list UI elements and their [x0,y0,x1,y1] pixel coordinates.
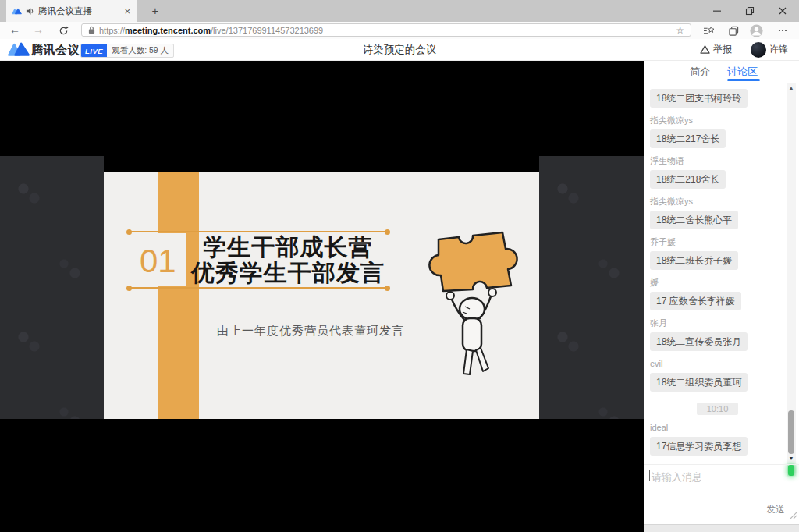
chat-timestamp: 10:10 [650,401,785,415]
profile-avatar-icon[interactable] [749,24,763,37]
send-button[interactable]: 发送 [766,503,785,516]
close-window-button[interactable] [766,0,799,22]
chat-bubble: 17 应数舍长李祥媛 [650,292,741,310]
chat-sender-name: ideal [650,423,785,433]
chat-bubble: 18统二217舍长 [650,129,726,148]
chat-bubble: 18统二组织委员董珂 [650,373,748,392]
chat-scrollbar[interactable]: ▲ ▼ [787,83,796,476]
puzzle-figure-illustration [428,229,521,384]
user-name: 许锋 [769,39,788,60]
chat-bubble: 18统二团支书柯玲玲 [650,89,748,108]
browser-window: 腾讯会议直播 × + ← → https://meeting.tencen [0,0,799,532]
user-avatar[interactable] [751,42,766,58]
site-header: 腾讯会议 LIVE 观看人数: 59 人 诗染预定的会议 举报 许锋 [0,39,799,61]
chat-input-area: 发送 [644,464,799,524]
chat-bubble: 18统二218舍长 [650,170,726,189]
restore-button[interactable] [733,0,766,22]
scroll-up-icon[interactable]: ▲ [787,85,796,90]
refresh-icon[interactable] [56,24,70,37]
window-bottom-strip [644,524,799,532]
chat-message: 指尖微凉ys18统二217舍长 [650,115,785,148]
chat-bubble: 17信息学习委员李想 [650,437,748,456]
presentation-slide: 01 学生干部成长营 优秀学生干部发言 由上一年度优秀营员代表董珂发言 [104,172,539,419]
tab-audio-icon[interactable] [26,7,34,16]
chat-message: 浮生物语18统二218舍长 [650,156,785,189]
chat-message: ideal17信息学习委员李想 [650,423,785,456]
video-side-texture-right [539,156,644,419]
address-bar: ← → https://meeting.tencent.com/live/137… [0,22,799,40]
scrollbar-thumb[interactable] [788,410,794,454]
slide-divider-top [130,231,387,232]
tencent-meeting-logo [8,42,30,60]
chat-bubble: 18统二舍长熊心平 [650,211,738,229]
panel-tabs: 简介 讨论区 [644,61,799,81]
tab-favicon [12,7,22,16]
forward-icon[interactable]: → [30,22,47,39]
url-text: https://meeting.tencent.com/live/1371769… [99,26,323,35]
collections-icon[interactable] [726,24,740,37]
slide-title-line1: 学生干部成长营 [179,234,397,260]
tab-title: 腾讯会议直播 [38,5,119,17]
slide-title: 学生干部成长营 优秀学生干部发言 [179,234,397,286]
chat-sender-name: 指尖微凉ys [650,197,785,207]
new-tab-button[interactable]: + [145,2,165,20]
tab-discussion[interactable]: 讨论区 [727,65,758,79]
chat-message: 张月18统二宣传委员张月 [650,318,785,351]
tab-close-icon[interactable]: × [123,5,132,17]
chat-sender-name: 指尖微凉ys [650,115,785,126]
live-badge: LIVE 观看人数: 59 人 [80,44,174,58]
brand-name: 腾讯会议 [31,39,80,60]
chat-sender-name: 浮生物语 [650,156,785,166]
chat-sender-name: 乔子媛 [650,237,785,247]
chat-bubble: 18统二宣传委员张月 [650,332,748,351]
slide-section-number: 01 [140,245,176,278]
favorite-star-icon[interactable]: ☆ [676,26,684,35]
slide-accent-band [158,172,199,419]
resize-handle-icon[interactable] [789,508,797,522]
slide-title-line2: 优秀学生干部发言 [179,260,397,286]
warning-icon [700,45,710,54]
chat-message: evil18统二组织委员董珂 [650,359,785,392]
tab-intro[interactable]: 简介 [690,65,710,79]
chat-input[interactable] [650,469,778,505]
chat-message-list[interactable]: 18统二团支书柯玲玲指尖微凉ys18统二217舍长浮生物语18统二218舍长指尖… [644,81,785,463]
chat-bubble: 18统二班长乔子媛 [650,251,738,270]
chat-message: 指尖微凉ys18统二舍长熊心平 [650,197,785,229]
slide-divider-bottom [130,287,387,289]
back-icon[interactable]: ← [6,22,23,39]
url-field[interactable]: https://meeting.tencent.com/live/1371769… [81,23,691,37]
live-video-area[interactable]: 01 学生干部成长营 优秀学生干部发言 由上一年度优秀营员代表董珂发言 [0,61,644,532]
scroll-down-icon[interactable]: ▼ [787,456,796,461]
lock-icon [88,26,95,34]
browser-tab-bar: 腾讯会议直播 × + [0,0,799,23]
slide-subtitle: 由上一年度优秀营员代表董珂发言 [194,324,428,339]
chat-message: 媛17 应数舍长李祥媛 [650,278,785,310]
window-controls [701,0,799,22]
chat-sender-name: evil [650,359,785,369]
chat-message: 18统二团支书柯玲玲 [650,89,785,108]
menu-dots-icon[interactable] [776,24,790,37]
chat-sender-name: 媛 [650,278,785,288]
chat-panel: 简介 讨论区 18统二团支书柯玲玲指尖微凉ys18统二217舍长浮生物语18统二… [644,61,799,524]
minimize-button[interactable] [701,0,733,22]
report-button[interactable]: 举报 [700,39,732,60]
browser-tab[interactable]: 腾讯会议直播 × [6,0,137,22]
chat-sender-name: 张月 [650,318,785,328]
video-side-texture-left [0,156,104,419]
viewer-count: 观看人数: 59 人 [107,44,173,57]
favorites-bar-icon[interactable] [701,24,716,37]
chat-message: 乔子媛18统二班长乔子媛 [650,237,785,270]
live-label: LIVE [81,44,107,57]
